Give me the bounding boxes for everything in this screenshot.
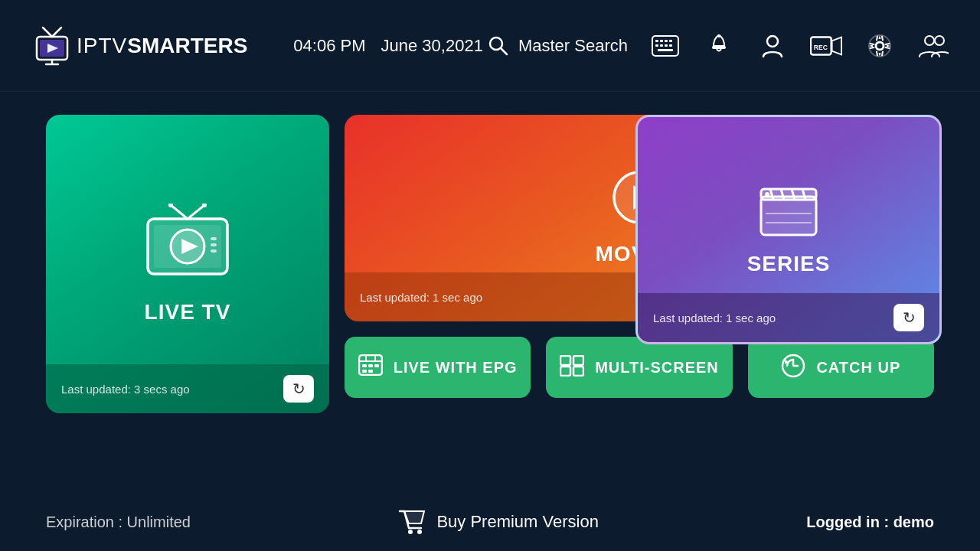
record-icon: REC — [810, 34, 842, 57]
series-card-wrapper: SERIES Last updated: 1 sec ago ↻ — [635, 115, 942, 344]
live-with-epg-label: LIVE WITH EPG — [394, 359, 518, 377]
svg-point-21 — [767, 36, 778, 47]
cart-icon — [398, 508, 426, 536]
multi-profile-icon — [918, 34, 949, 58]
svg-rect-50 — [362, 370, 367, 373]
svg-point-68 — [417, 530, 422, 534]
live-tv-footer: Last updated: 3 secs ago ↻ — [46, 364, 329, 413]
live-tv-card[interactable]: LIVE TV Last updated: 3 secs ago ↻ — [46, 115, 329, 413]
svg-point-66 — [765, 192, 769, 197]
expiration-text: Expiration : Unlimited — [46, 514, 191, 531]
svg-rect-54 — [560, 367, 570, 376]
header-right: Master Search — [488, 30, 949, 62]
svg-point-28 — [925, 36, 934, 45]
multi-screen-btn[interactable]: MULTI-SCREEN — [546, 337, 732, 398]
series-update-text: Last updated: 1 sec ago — [653, 311, 776, 324]
settings-icon — [867, 34, 892, 58]
series-card[interactable]: SERIES Last updated: 1 sec ago ↻ — [635, 115, 942, 344]
series-label: SERIES — [747, 252, 831, 276]
svg-point-67 — [408, 530, 413, 534]
refresh-icon: ↻ — [292, 380, 305, 398]
profile-icon — [762, 34, 783, 58]
settings-icon-btn[interactable] — [864, 30, 896, 62]
bell-icon-btn[interactable] — [703, 30, 735, 62]
live-tv-label: LIVE TV — [145, 300, 231, 324]
svg-point-29 — [935, 36, 944, 45]
series-footer: Last updated: 1 sec ago ↻ — [638, 293, 939, 342]
refresh-icon-series: ↻ — [903, 308, 916, 327]
logged-in-text: Logged in : demo — [806, 514, 934, 531]
buy-premium-label: Buy Premium Version — [436, 512, 599, 532]
buy-premium-btn[interactable]: Buy Premium Version — [398, 508, 599, 536]
series-clapper-icon — [758, 183, 819, 241]
svg-rect-55 — [573, 367, 583, 376]
series-refresh-btn[interactable]: ↻ — [893, 304, 924, 331]
catch-up-icon — [781, 354, 805, 382]
svg-marker-23 — [832, 37, 841, 54]
svg-rect-10 — [655, 40, 658, 42]
svg-line-1 — [52, 28, 61, 37]
svg-line-8 — [501, 48, 507, 54]
keyboard-icon — [652, 35, 679, 57]
svg-rect-13 — [669, 40, 672, 42]
keyboard-icon-btn[interactable] — [649, 30, 681, 62]
svg-rect-38 — [211, 237, 217, 240]
bottom-buttons-row: LIVE WITH EPG MULTI-SCREEN — [345, 337, 934, 398]
svg-rect-52 — [560, 356, 570, 365]
footer: Expiration : Unlimited Buy Premium Versi… — [0, 508, 980, 536]
multi-screen-label: MULTI-SCREEN — [595, 359, 719, 377]
profile-icon-btn[interactable] — [756, 30, 789, 62]
svg-rect-48 — [368, 364, 373, 367]
record-icon-btn[interactable]: REC — [810, 30, 842, 62]
svg-rect-51 — [368, 370, 373, 373]
svg-line-0 — [43, 28, 52, 37]
header: IPTVSMARTERS 04:06 PM June 30,2021 Maste… — [0, 0, 980, 92]
svg-rect-15 — [660, 44, 663, 47]
logo-text: IPTVSMARTERS — [77, 34, 247, 58]
svg-rect-12 — [665, 40, 668, 42]
current-time: 04:06 PM — [293, 36, 365, 56]
logo-icon — [31, 24, 74, 67]
svg-rect-14 — [655, 44, 658, 47]
svg-rect-47 — [362, 364, 367, 367]
live-tv-icon — [142, 204, 234, 288]
main-content: LIVE TV Last updated: 3 secs ago ↻ MOVIE… — [0, 92, 980, 436]
search-label: Master Search — [518, 36, 628, 56]
live-tv-update-text: Last updated: 3 secs ago — [61, 383, 190, 396]
username: demo — [893, 514, 934, 530]
datetime: 04:06 PM June 30,2021 — [293, 36, 483, 56]
multi-screen-icon — [560, 355, 584, 380]
svg-rect-53 — [573, 356, 583, 365]
svg-point-27 — [876, 42, 884, 50]
current-date: June 30,2021 — [381, 36, 483, 56]
svg-rect-18 — [658, 49, 673, 51]
svg-rect-19 — [712, 46, 726, 49]
live-with-epg-btn[interactable]: LIVE WITH EPG — [345, 337, 531, 398]
svg-rect-17 — [669, 44, 672, 47]
svg-point-7 — [490, 37, 502, 50]
logo-iptv: IPTV — [77, 34, 127, 57]
svg-rect-39 — [211, 243, 217, 246]
movies-update-text: Last updated: 1 sec ago — [360, 291, 482, 304]
epg-icon — [358, 354, 383, 381]
logged-in-prefix: Logged in : — [806, 514, 893, 530]
catch-up-btn[interactable]: CATCH UP — [748, 337, 934, 398]
live-tv-refresh-btn[interactable]: ↻ — [283, 375, 314, 403]
master-search-bar[interactable]: Master Search — [488, 35, 628, 57]
catch-up-label: CATCH UP — [816, 359, 900, 377]
multi-profile-icon-btn[interactable] — [917, 30, 949, 62]
svg-point-20 — [717, 34, 720, 37]
svg-line-30 — [171, 205, 188, 219]
bell-icon — [708, 34, 730, 58]
svg-rect-16 — [665, 44, 668, 47]
logo-smarters: SMARTERS — [127, 34, 247, 57]
svg-rect-40 — [211, 249, 217, 253]
search-icon — [488, 35, 509, 57]
svg-rect-58 — [761, 197, 816, 235]
svg-line-31 — [188, 205, 204, 219]
logo: IPTVSMARTERS — [31, 24, 247, 67]
svg-text:REC: REC — [814, 43, 828, 51]
svg-rect-11 — [660, 40, 663, 42]
svg-rect-49 — [374, 364, 379, 367]
cards-row: LIVE TV Last updated: 3 secs ago ↻ MOVIE… — [46, 115, 934, 413]
